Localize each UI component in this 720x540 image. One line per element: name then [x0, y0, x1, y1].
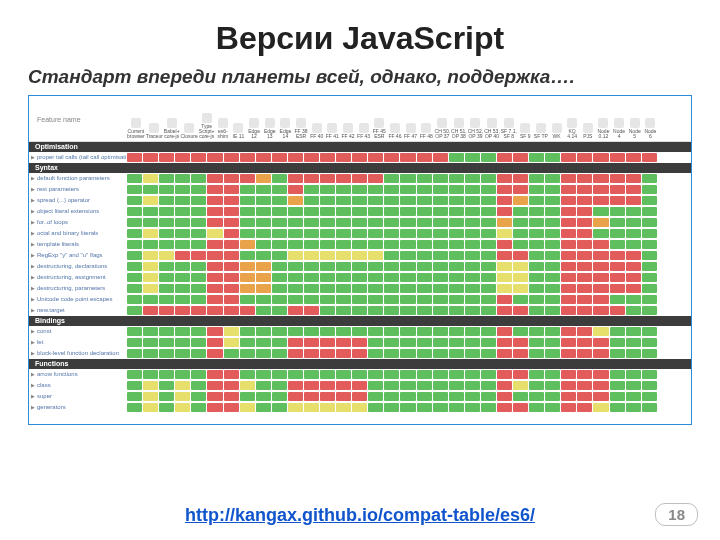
support-cell: [417, 349, 432, 358]
support-cell: [433, 349, 448, 358]
feature-label[interactable]: ▶Unicode code point escapes: [31, 296, 126, 302]
support-cell: [256, 207, 271, 216]
support-cell: [433, 196, 448, 205]
support-cell: [288, 174, 303, 183]
support-cell: [191, 349, 206, 358]
feature-label[interactable]: ▶for..of loops: [31, 219, 126, 225]
support-cell: [577, 284, 592, 293]
support-cell: [481, 153, 496, 162]
support-cell: [481, 381, 496, 390]
support-cell: [256, 306, 271, 315]
support-cell: [449, 381, 464, 390]
support-cell: [143, 381, 158, 390]
support-cell: [577, 403, 592, 412]
table-row: ▶generators: [29, 402, 691, 413]
support-cell: [642, 284, 657, 293]
support-cell: [368, 218, 383, 227]
support-cell: [497, 392, 512, 401]
support-cell: [336, 207, 351, 216]
feature-label[interactable]: ▶generators: [31, 404, 126, 410]
support-cell: [465, 218, 480, 227]
support-cell: [561, 153, 576, 162]
feature-label[interactable]: ▶spread (...) operator: [31, 197, 126, 203]
support-cell: [143, 327, 158, 336]
support-cell: [207, 251, 222, 260]
support-cell: [368, 392, 383, 401]
support-cell: [610, 306, 625, 315]
support-cell: [240, 262, 255, 271]
support-cell: [288, 185, 303, 194]
support-cell: [642, 207, 657, 216]
source-link[interactable]: http://kangax.github.io/compat-table/es6…: [185, 505, 535, 525]
feature-label[interactable]: ▶octal and binary literals: [31, 230, 126, 236]
support-cell: [481, 174, 496, 183]
support-cell: [143, 218, 158, 227]
support-cell: [577, 174, 592, 183]
support-cell: [368, 306, 383, 315]
support-cell: [207, 262, 222, 271]
support-cell: [191, 284, 206, 293]
support-cell: [513, 392, 528, 401]
support-cell: [449, 370, 464, 379]
support-cell: [272, 251, 287, 260]
support-cell: [207, 185, 222, 194]
support-cell: [320, 218, 335, 227]
support-cell: [175, 218, 190, 227]
feature-label[interactable]: ▶super: [31, 393, 126, 399]
support-cell: [191, 207, 206, 216]
support-cell: [256, 153, 271, 162]
feature-label[interactable]: ▶rest parameters: [31, 186, 126, 192]
support-cell: [400, 284, 415, 293]
support-cell: [240, 306, 255, 315]
support-cell: [272, 306, 287, 315]
support-cell: [175, 185, 190, 194]
feature-label[interactable]: ▶destructuring, assignment: [31, 274, 126, 280]
feature-label[interactable]: ▶const: [31, 328, 126, 334]
feature-label[interactable]: ▶block-level function declaration: [31, 350, 126, 356]
feature-label[interactable]: ▶arrow functions: [31, 371, 126, 377]
support-cell: [593, 349, 608, 358]
feature-label[interactable]: ▶object literal extensions: [31, 208, 126, 214]
section-header: Optimisation: [29, 142, 691, 152]
feature-label[interactable]: ▶default function parameters: [31, 175, 126, 181]
support-cell: [642, 251, 657, 260]
feature-label[interactable]: ▶destructuring, declarations: [31, 263, 126, 269]
feature-label[interactable]: ▶let: [31, 339, 126, 345]
support-cell: [577, 196, 592, 205]
support-cell: [481, 295, 496, 304]
feature-label[interactable]: ▶proper tail calls (tail call optimisati…: [31, 154, 126, 160]
support-cell: [224, 229, 239, 238]
support-cell: [465, 370, 480, 379]
support-cell: [159, 218, 174, 227]
support-cell: [288, 284, 303, 293]
support-cell: [336, 185, 351, 194]
support-cell: [481, 273, 496, 282]
support-cell: [400, 403, 415, 412]
support-cell: [304, 295, 319, 304]
support-cell: [143, 251, 158, 260]
support-cell: [320, 295, 335, 304]
support-cell: [256, 251, 271, 260]
support-cell: [417, 370, 432, 379]
support-cell: [465, 207, 480, 216]
support-cell: [175, 251, 190, 260]
support-cell: [320, 174, 335, 183]
support-cell: [304, 381, 319, 390]
feature-label[interactable]: ▶class: [31, 382, 126, 388]
support-cell: [288, 327, 303, 336]
feature-label[interactable]: ▶template literals: [31, 241, 126, 247]
table-row: ▶new.target: [29, 305, 691, 316]
support-cell: [593, 327, 608, 336]
support-cell: [256, 196, 271, 205]
feature-label[interactable]: ▶RegExp "y" and "u" flags: [31, 252, 126, 258]
support-cell: [288, 306, 303, 315]
support-cell: [529, 295, 544, 304]
support-cell: [159, 403, 174, 412]
support-cell: [175, 295, 190, 304]
support-cell: [384, 218, 399, 227]
column-header: FF 47: [403, 123, 418, 141]
feature-label[interactable]: ▶destructuring, parameters: [31, 285, 126, 291]
feature-label[interactable]: ▶new.target: [31, 307, 126, 313]
support-cell: [497, 218, 512, 227]
support-cell: [288, 240, 303, 249]
